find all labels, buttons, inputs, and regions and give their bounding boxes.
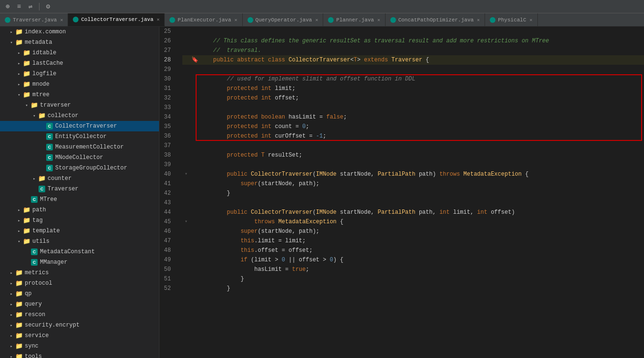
toolbar-icon-settings[interactable]: ⚙	[44, 3, 52, 10]
code-line-47: this.limit = limit;	[182, 236, 644, 246]
line-numbers: 2526272829303132333435363738394041424344…	[159, 27, 178, 358]
code-line-52: }	[182, 284, 644, 293]
line-num-49: 49	[159, 255, 175, 265]
tree-item-17[interactable]: ▸📁path	[0, 205, 159, 215]
arrow-icon-18: ▸	[15, 218, 23, 223]
tree-item-29[interactable]: ▸📁service	[0, 330, 159, 341]
tree-label-7: traverser	[40, 102, 155, 109]
code-line-49: if (limit > 0 || offset > 0) {	[182, 255, 644, 265]
tab-concat-path[interactable]: ConcatPathOptimizer.java ✕	[386, 13, 485, 26]
tree-item-4[interactable]: ▸📁logfile	[0, 69, 159, 79]
arrow-icon-1: ▾	[8, 40, 15, 45]
tab-close-physical[interactable]: ✕	[530, 17, 533, 23]
tree-item-25[interactable]: ▸📁qp	[0, 288, 159, 299]
tree-item-12[interactable]: CMNodeCollector	[0, 152, 159, 163]
tree-item-14[interactable]: ▸📁counter	[0, 173, 159, 184]
class-icon-16: C	[30, 196, 38, 203]
tree-item-20[interactable]: ▾📁utils	[0, 236, 159, 247]
tree-item-22[interactable]: CMManager	[0, 257, 159, 268]
code-line-38: protected T resultSet;	[182, 150, 644, 160]
tab-label-physical: PhysicalC	[498, 17, 526, 23]
tab-physical[interactable]: PhysicalC ✕	[485, 13, 537, 26]
tree-label-6: mtree	[32, 91, 155, 98]
code-text-45: throws MetadataException {	[199, 217, 644, 227]
tree-item-5[interactable]: ▸📁mnode	[0, 79, 159, 90]
tree-label-2: idtable	[32, 50, 155, 56]
tab-close-planner[interactable]: ✕	[377, 17, 380, 23]
arrow-icon-31: ▸	[8, 354, 15, 358]
arrow-icon-7: ▾	[23, 103, 30, 108]
tree-item-23[interactable]: ▸📁metrics	[0, 268, 159, 278]
tab-close-query-operator[interactable]: ✕	[315, 17, 318, 23]
code-scroll[interactable]: 2526272829303132333435363738394041424344…	[159, 27, 644, 358]
arrow-icon-2: ▸	[15, 50, 23, 56]
tree-label-22: MManager	[40, 259, 155, 266]
code-line-37	[182, 141, 644, 150]
line-num-31: 31	[159, 84, 175, 93]
toolbar-divider	[39, 3, 40, 10]
code-text-38: protected T resultSet;	[199, 150, 644, 160]
tree-item-19[interactable]: ▸📁template	[0, 226, 159, 236]
fold-icon-40[interactable]: ▾	[182, 169, 190, 179]
code-text-34: protected boolean hasLimit = false;	[199, 112, 644, 122]
tab-query-operator[interactable]: QueryOperator.java ✕	[243, 13, 324, 26]
code-line-43	[182, 198, 644, 208]
toolbar-icon-list[interactable]: ≡	[15, 3, 23, 10]
tree-item-27[interactable]: ▸📁rescon	[0, 309, 159, 320]
toolbar-icon-split[interactable]: ⇌	[27, 3, 34, 10]
tab-close-concat-path[interactable]: ✕	[477, 17, 480, 23]
tree-label-11: MeasurementCollector	[55, 144, 155, 150]
tree-item-15[interactable]: CTraverser	[0, 184, 159, 194]
tree-label-23: metrics	[25, 269, 155, 276]
tree-label-9: CollectorTraverser	[55, 123, 155, 129]
tab-collector-traverser[interactable]: CollectorTraverser.java ✕	[68, 13, 165, 26]
tree-item-18[interactable]: ▸📁tag	[0, 215, 159, 226]
tree-item-10[interactable]: CEntityCollector	[0, 131, 159, 142]
code-text-41: super(startNode, path);	[199, 179, 644, 189]
tree-item-13[interactable]: CStorageGroupCollector	[0, 163, 159, 173]
tree-item-0[interactable]: ▸📁index.common	[0, 27, 159, 37]
tree-label-31: tools	[25, 353, 155, 358]
tree-item-24[interactable]: ▸📁protocol	[0, 278, 159, 288]
code-content: 2526272829303132333435363738394041424344…	[159, 27, 644, 358]
tree-item-28[interactable]: ▸📁security.encrypt	[0, 320, 159, 330]
tree-item-21[interactable]: CMetadataConstant	[0, 247, 159, 257]
tree-item-3[interactable]: ▸📁lastCache	[0, 58, 159, 69]
folder-icon-8: 📁	[38, 112, 46, 119]
tab-icon-collector-traverser	[73, 17, 79, 22]
arrow-icon-8: ▾	[30, 113, 38, 119]
tree-label-25: qp	[25, 290, 155, 297]
code-line-27: // traversal.	[182, 46, 644, 55]
tree-label-10: EntityCollector	[55, 133, 155, 140]
tab-close-plan-executor[interactable]: ✕	[235, 17, 238, 23]
tree-item-8[interactable]: ▾📁collector	[0, 110, 159, 121]
tree-item-16[interactable]: CMTree	[0, 194, 159, 205]
tab-planner[interactable]: Planner.java ✕	[323, 13, 385, 26]
tree-item-1[interactable]: ▾📁metadata	[0, 37, 159, 48]
tree-item-26[interactable]: ▸📁query	[0, 299, 159, 309]
code-text-51: }	[199, 274, 644, 284]
tree-label-8: collector	[48, 112, 155, 119]
tree-label-4: logfile	[32, 70, 155, 77]
tree-item-31[interactable]: ▸📁tools	[0, 351, 159, 358]
code-text-48: this.offset = offset;	[199, 246, 644, 255]
tree-item-9[interactable]: CCollectorTraverser	[0, 121, 159, 131]
class-icon-21: C	[30, 249, 38, 255]
toolbar-icon-add[interactable]: ⊕	[4, 3, 11, 10]
tab-close-traverser[interactable]: ✕	[60, 17, 63, 23]
tree-item-30[interactable]: ▸📁sync	[0, 341, 159, 351]
folder-icon-18: 📁	[23, 217, 30, 224]
tab-traverser[interactable]: Traverser.java ✕	[0, 13, 68, 26]
arrow-icon-0: ▸	[8, 30, 15, 35]
tree-label-14: counter	[48, 175, 155, 182]
tree-item-6[interactable]: ▾📁mtree	[0, 90, 159, 100]
tree-item-11[interactable]: CMeasurementCollector	[0, 142, 159, 152]
tab-plan-executor[interactable]: PlanExecutor.java ✕	[165, 13, 242, 26]
arrow-icon-30: ▸	[8, 344, 15, 349]
tree-item-2[interactable]: ▸📁idtable	[0, 48, 159, 58]
fold-icon-45[interactable]: ▾	[182, 217, 190, 227]
line-num-51: 51	[159, 274, 175, 284]
folder-icon-23: 📁	[15, 269, 23, 277]
tab-close-collector-traverser[interactable]: ✕	[157, 17, 159, 22]
tree-item-7[interactable]: ▾📁traverser	[0, 100, 159, 110]
